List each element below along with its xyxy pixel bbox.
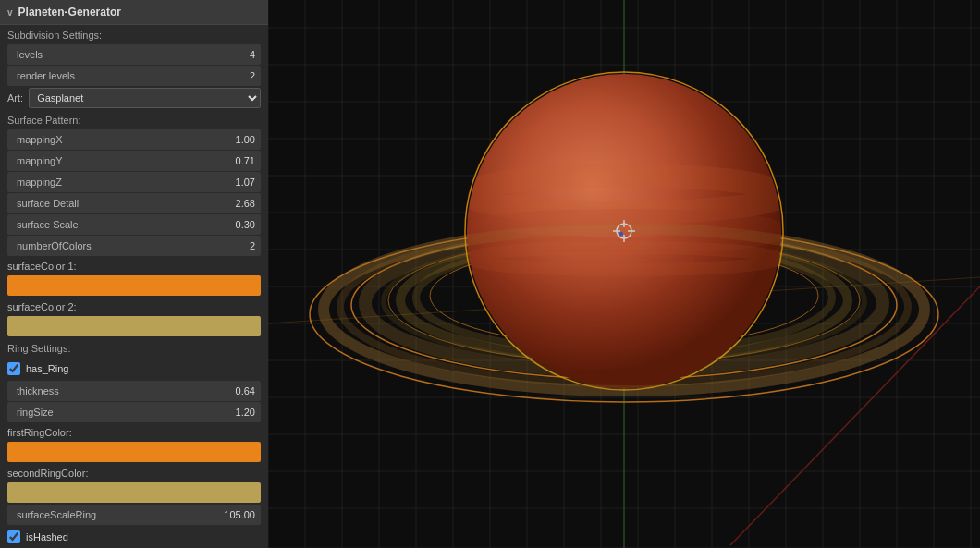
num-colors-value: 2	[250, 240, 255, 251]
mappingy-label: mappingY	[13, 155, 236, 166]
is-hashed-label: isHashed	[26, 531, 68, 542]
mappingx-value: 1.00	[236, 134, 255, 145]
mappingz-value: 1.07	[236, 177, 255, 188]
render-levels-label: render levels	[13, 70, 250, 81]
levels-value: 4	[250, 49, 255, 60]
art-label: Art:	[7, 92, 23, 104]
second-ring-color-swatch[interactable]	[7, 482, 261, 503]
subdivision-section-label: Subdivision Settings:	[0, 25, 268, 43]
ring-size-row[interactable]: ringSize 1.20	[7, 402, 261, 422]
render-levels-row[interactable]: render levels 2	[7, 66, 261, 86]
viewport[interactable]	[268, 0, 980, 548]
surface-scale-row[interactable]: surface Scale 0.30	[7, 214, 261, 235]
ring-settings-section-label: Ring Settings:	[0, 338, 268, 357]
levels-label: levels	[13, 49, 250, 60]
surface-scale-value: 0.30	[236, 219, 255, 230]
mappingz-row[interactable]: mappingZ 1.07	[7, 172, 261, 192]
thickness-value: 0.64	[236, 385, 255, 396]
surface-color1-label: surfaceColor 1:	[0, 257, 268, 274]
surface-scale-ring-label: surfaceScaleRing	[13, 509, 224, 520]
mappingz-label: mappingZ	[13, 177, 236, 188]
num-colors-row[interactable]: numberOfColors 2	[7, 236, 261, 256]
has-ring-checkbox[interactable]	[7, 362, 20, 375]
first-ring-color-swatch[interactable]	[7, 442, 261, 462]
surface-scale-label: surface Scale	[13, 219, 236, 230]
is-hashed-checkbox[interactable]	[7, 530, 20, 543]
surface-scale-ring-value: 105.00	[224, 509, 255, 520]
mappingx-row[interactable]: mappingX 1.00	[7, 129, 261, 150]
surface-scale-ring-row[interactable]: surfaceScaleRing 105.00	[7, 505, 261, 525]
num-colors-label: numberOfColors	[13, 240, 250, 251]
surface-detail-row[interactable]: surface Detail 2.68	[7, 193, 261, 213]
mappingy-row[interactable]: mappingY 0.71	[7, 151, 261, 171]
render-levels-value: 2	[250, 70, 255, 81]
has-ring-row[interactable]: has_Ring	[7, 359, 261, 379]
thickness-row[interactable]: thickness 0.64	[7, 381, 261, 401]
surface-color2-label: surfaceColor 2:	[0, 298, 268, 314]
svg-point-62	[619, 232, 623, 236]
mappingx-label: mappingX	[13, 134, 236, 145]
panel-title: Planeten-Generator	[18, 6, 121, 18]
svg-point-61	[625, 226, 629, 230]
surface-pattern-section-label: Surface Pattern:	[0, 110, 268, 128]
first-ring-color-label: firstRingColor:	[0, 423, 268, 440]
surface-color1-swatch[interactable]	[7, 275, 261, 296]
ring-size-label: ringSize	[13, 407, 236, 418]
levels-row[interactable]: levels 4	[7, 44, 261, 65]
thickness-label: thickness	[13, 385, 236, 396]
mappingy-value: 0.71	[236, 155, 255, 166]
ring-size-value: 1.20	[236, 407, 255, 418]
surface-color2-swatch[interactable]	[7, 316, 261, 336]
surface-detail-value: 2.68	[236, 198, 255, 209]
art-row: Art: Gasplanet Erdplanet Eisplanet	[7, 88, 261, 108]
panel-header[interactable]: v Planeten-Generator	[0, 0, 268, 25]
panel-chevron: v	[7, 7, 13, 18]
art-select[interactable]: Gasplanet Erdplanet Eisplanet	[29, 88, 261, 108]
is-hashed-row[interactable]: isHashed	[7, 527, 261, 547]
sidebar: v Planeten-Generator Subdivision Setting…	[0, 0, 268, 548]
surface-detail-label: surface Detail	[13, 198, 236, 209]
second-ring-color-label: secondRingColor:	[0, 464, 268, 481]
grid-background	[268, 0, 980, 548]
has-ring-label: has_Ring	[26, 363, 68, 374]
